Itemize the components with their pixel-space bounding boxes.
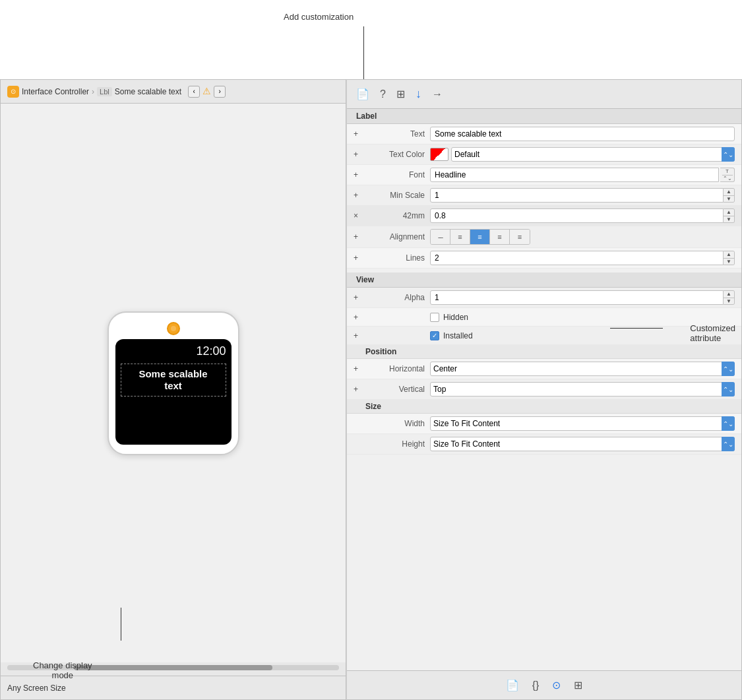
alpha-up[interactable]: ▲ xyxy=(724,291,734,298)
hidden-plus[interactable]: + xyxy=(354,313,363,322)
file-icon[interactable]: 📄 xyxy=(356,88,369,100)
custom-42mm-row: × 42mm ▲ ▼ xyxy=(347,206,741,226)
custom-up[interactable]: ▲ xyxy=(724,209,734,216)
breadcrumb-next-btn[interactable]: › xyxy=(214,86,226,98)
align-right-btn[interactable]: ≡ xyxy=(490,230,510,244)
watch-device: 12:00 Some scalabletext xyxy=(108,311,239,455)
vertical-label: Vertical xyxy=(365,385,425,394)
hidden-label: Hidden xyxy=(443,313,468,322)
font-up-btn[interactable]: T xyxy=(722,168,733,175)
vertical-dropdown-wrapper: Top Center Bottom ⌃⌄ xyxy=(430,382,735,397)
min-scale-label: Min Scale xyxy=(365,191,425,200)
bottom-tab-file[interactable]: 📄 xyxy=(506,679,519,691)
lines-plus[interactable]: + xyxy=(354,253,363,263)
inspector-toolbar: 📄 ? ⊞ ↓ → xyxy=(347,80,741,109)
height-row: Height Size To Fit Content Fixed Relativ… xyxy=(347,434,741,455)
lines-up[interactable]: ▲ xyxy=(724,251,734,259)
min-scale-down[interactable]: ▼ xyxy=(724,196,734,203)
warning-icon: ⚠ xyxy=(202,86,211,98)
left-panel: ⊙ Interface Controller › Lbl Some scalab… xyxy=(0,79,346,700)
hidden-checkbox-label[interactable]: Hidden xyxy=(430,313,468,322)
width-row: Width Size To Fit Content Fixed Relative… xyxy=(347,414,741,434)
hidden-checkbox[interactable] xyxy=(430,313,439,322)
align-default-btn[interactable]: --- xyxy=(431,230,450,244)
width-select[interactable]: Size To Fit Content Fixed Relative to Co… xyxy=(430,416,735,431)
breadcrumb-item: Some scalable text xyxy=(115,87,181,96)
custom-cross[interactable]: × xyxy=(354,211,363,220)
custom-42mm-input[interactable] xyxy=(430,208,724,223)
width-dropdown-wrapper: Size To Fit Content Fixed Relative to Co… xyxy=(430,416,735,431)
text-label: Text xyxy=(365,129,425,139)
min-scale-input-group: ▲ ▼ xyxy=(430,188,735,203)
installed-label: Installed xyxy=(443,331,473,340)
font-row: + Font T ⌃⌄ xyxy=(347,165,741,185)
attributes-icon[interactable]: ↓ xyxy=(416,87,421,101)
right-panel: 📄 ? ⊞ ↓ → Label + Text + Text Color xyxy=(346,79,742,700)
help-icon[interactable]: ? xyxy=(380,88,386,100)
color-swatch[interactable] xyxy=(430,148,448,161)
alpha-stepper: ▲ ▼ xyxy=(724,290,735,305)
scrollbar-row xyxy=(1,662,346,676)
lines-down[interactable]: ▼ xyxy=(724,259,734,265)
view-section-header: View xyxy=(347,272,741,288)
left-panel-bottom: Any Screen Size xyxy=(1,662,346,699)
text-color-label: Text Color xyxy=(365,150,425,159)
alpha-plus[interactable]: + xyxy=(354,293,363,302)
any-screen-size-label: Any Screen Size xyxy=(7,684,66,693)
alpha-label: Alpha xyxy=(365,293,425,302)
installed-checkbox-label[interactable]: Installed xyxy=(430,331,473,340)
align-left-btn[interactable]: ≡ xyxy=(450,230,470,244)
watch-label-box[interactable]: Some scalabletext xyxy=(121,364,226,397)
custom-down[interactable]: ▼ xyxy=(724,216,734,223)
font-plus[interactable]: + xyxy=(354,170,363,179)
connections-icon[interactable]: → xyxy=(432,88,443,100)
horizontal-dropdown-wrapper: Center Left Right ⌃⌄ xyxy=(430,362,735,376)
size-subsection-header: Size xyxy=(347,400,741,414)
breadcrumb-prev-btn[interactable]: ‹ xyxy=(188,86,200,98)
text-row: + Text xyxy=(347,124,741,144)
bottom-tab-circle[interactable]: ⊙ xyxy=(552,679,561,691)
watch-header xyxy=(115,322,232,335)
align-center-btn[interactable]: ≡ xyxy=(470,230,490,244)
breadcrumb-lbl: Lbl xyxy=(97,87,112,96)
position-subsection-header: Position xyxy=(347,345,741,359)
font-input[interactable] xyxy=(430,168,719,182)
lines-input-group: ▲ ▼ xyxy=(430,251,735,265)
min-scale-up[interactable]: ▲ xyxy=(724,189,734,196)
lines-stepper: ▲ ▼ xyxy=(724,251,735,265)
vertical-row: + Vertical Top Center Bottom ⌃⌄ xyxy=(347,379,741,400)
vertical-select[interactable]: Top Center Bottom xyxy=(430,382,735,397)
height-label: Height xyxy=(365,439,425,449)
installed-plus[interactable]: + xyxy=(354,331,363,340)
text-input[interactable] xyxy=(430,127,735,141)
font-down-btn[interactable]: ⌃⌄ xyxy=(722,175,733,182)
lines-input[interactable] xyxy=(430,251,724,265)
color-row-content: Default ⌃⌄ xyxy=(430,147,735,162)
height-select[interactable]: Size To Fit Content Fixed Relative to Co… xyxy=(430,437,735,451)
text-color-select[interactable]: Default xyxy=(451,147,735,162)
horizontal-label: Horizontal xyxy=(365,364,425,373)
alpha-down[interactable]: ▼ xyxy=(724,298,734,305)
grid-icon[interactable]: ⊞ xyxy=(396,88,405,100)
scrollbar[interactable] xyxy=(7,665,339,670)
text-color-plus[interactable]: + xyxy=(354,150,363,159)
height-dropdown-wrapper: Size To Fit Content Fixed Relative to Co… xyxy=(430,437,735,451)
bottom-tab-grid[interactable]: ⊞ xyxy=(574,679,582,691)
alignment-plus[interactable]: + xyxy=(354,232,363,241)
installed-checkbox[interactable] xyxy=(430,331,439,340)
hidden-row: + Hidden xyxy=(347,308,741,327)
width-label: Width xyxy=(365,419,425,428)
align-justify-btn[interactable]: ≡ xyxy=(510,230,530,244)
breadcrumb-main: Interface Controller xyxy=(22,87,89,96)
alpha-input[interactable] xyxy=(430,290,724,305)
horizontal-plus[interactable]: + xyxy=(354,364,363,373)
watch-dot-icon xyxy=(167,322,180,335)
min-scale-input[interactable] xyxy=(430,188,724,203)
horizontal-select[interactable]: Center Left Right xyxy=(430,362,735,376)
font-stepper: T ⌃⌄ xyxy=(720,168,735,182)
vertical-plus[interactable]: + xyxy=(354,385,363,394)
text-plus[interactable]: + xyxy=(354,129,363,139)
min-scale-plus[interactable]: + xyxy=(354,191,363,200)
font-label: Font xyxy=(365,170,425,179)
bottom-tab-code[interactable]: {} xyxy=(532,680,540,691)
